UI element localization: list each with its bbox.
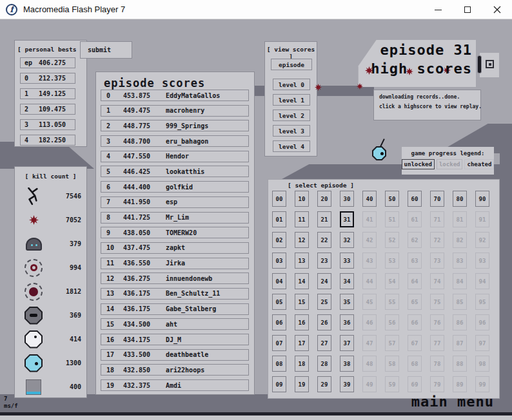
- episode-cell-22[interactable]: 22: [317, 232, 331, 248]
- player-name: deathbeatle: [166, 351, 208, 358]
- highscore-score: 441.725: [123, 214, 166, 221]
- episode-cell-20[interactable]: 20: [317, 191, 331, 207]
- episode-cell-08[interactable]: 08: [272, 356, 286, 372]
- episode-cell-24[interactable]: 24: [317, 273, 331, 289]
- highscore-row[interactable]: 7441.950esp: [101, 196, 249, 208]
- episode-cell-06[interactable]: 06: [272, 314, 286, 330]
- highscore-row[interactable]: 14436.175Gabe_Stalberg: [101, 303, 249, 315]
- highscore-row[interactable]: 8441.725Mr_Lim: [101, 212, 249, 224]
- episode-cell-65: 65: [408, 294, 422, 310]
- highscore-score: 432.375: [123, 382, 166, 389]
- episode-cell-70[interactable]: 70: [430, 191, 444, 207]
- thwump-icon: [15, 379, 52, 395]
- episode-cell-00[interactable]: 00: [272, 191, 286, 207]
- highscore-row[interactable]: 1449.475macrohenry: [101, 105, 249, 117]
- highscore-rank: 15: [106, 321, 123, 328]
- episode-cell-62: 62: [408, 232, 422, 248]
- episode-cell-16[interactable]: 16: [295, 314, 309, 330]
- episode-cell-80[interactable]: 80: [453, 191, 467, 207]
- episode-cell-23[interactable]: 23: [317, 253, 331, 269]
- episode-cell-05[interactable]: 05: [272, 294, 286, 310]
- highscore-score: 448.700: [123, 138, 166, 145]
- highscore-rank: 18: [106, 367, 123, 374]
- view-level-4-button[interactable]: level 4: [273, 140, 310, 152]
- episode-cell-37[interactable]: 37: [340, 335, 354, 351]
- episode-cell-53: 53: [385, 253, 399, 269]
- highscore-row[interactable]: 16434.175DJ_M: [101, 334, 249, 345]
- episode-cell-18[interactable]: 18: [295, 356, 309, 372]
- episode-cell-39[interactable]: 39: [340, 376, 354, 392]
- view-level-0-button[interactable]: level 0: [273, 79, 310, 90]
- episode-cell-21[interactable]: 21: [317, 211, 331, 227]
- episode-cell-33[interactable]: 33: [340, 253, 354, 269]
- highscore-row[interactable]: 6444.400golfkid: [101, 181, 249, 193]
- highscore-row[interactable]: 0453.875EddyMataGallos: [101, 90, 249, 101]
- episode-cell-19[interactable]: 19: [295, 376, 309, 392]
- highscore-row[interactable]: 13436.175Ben_Schultz_11: [101, 288, 249, 300]
- highscore-row[interactable]: 9438.050TOMERW20: [101, 227, 249, 238]
- submit-button[interactable]: submit: [80, 41, 132, 59]
- episode-cell-26[interactable]: 26: [317, 314, 331, 330]
- episode-cell-30[interactable]: 30: [340, 191, 354, 207]
- episode-cell-13[interactable]: 13: [295, 253, 309, 269]
- highscore-row[interactable]: 4447.550Hendor: [101, 151, 249, 162]
- episode-cell-90[interactable]: 90: [475, 191, 489, 207]
- highscore-row[interactable]: 19432.375Amdi: [101, 379, 249, 391]
- highscore-row[interactable]: 2448.775999_Springs: [101, 120, 249, 131]
- episode-cell-28[interactable]: 28: [317, 356, 331, 372]
- highscore-row[interactable]: 5446.425lookatthis: [101, 166, 249, 177]
- highscore-row[interactable]: 15434.500aht: [101, 318, 249, 330]
- highscore-rank: 0: [106, 92, 123, 99]
- episode-cell-63: 63: [408, 253, 422, 269]
- episode-cell-15[interactable]: 15: [295, 294, 309, 310]
- episode-cell-50[interactable]: 50: [385, 191, 399, 207]
- highscore-row[interactable]: 3448.700eru_bahagon: [101, 135, 249, 147]
- episode-cell-01[interactable]: 01: [272, 211, 286, 227]
- personal-best-label: 3: [25, 121, 39, 128]
- episode-cell-17[interactable]: 17: [295, 335, 309, 351]
- episode-cell-38[interactable]: 38: [340, 356, 354, 372]
- episode-cell-40[interactable]: 40: [362, 191, 377, 207]
- episode-cell-34[interactable]: 34: [340, 273, 354, 289]
- kill-count-value: 414: [52, 336, 88, 343]
- episode-cell-35[interactable]: 35: [340, 294, 354, 310]
- highscore-score: 441.950: [123, 198, 166, 205]
- episode-cell-60[interactable]: 60: [408, 191, 422, 207]
- episode-cell-09[interactable]: 09: [272, 376, 286, 392]
- view-episode-button[interactable]: episode: [271, 59, 312, 70]
- episode-cell-02[interactable]: 02: [272, 232, 286, 248]
- episode-cell-27[interactable]: 27: [317, 335, 331, 351]
- highscore-rank: 8: [106, 214, 123, 221]
- episode-cell-12[interactable]: 12: [295, 232, 309, 248]
- episode-cell-25[interactable]: 25: [317, 294, 331, 310]
- episode-cell-14[interactable]: 14: [295, 273, 309, 289]
- highscore-row[interactable]: 18432.850ari22hoops: [101, 364, 249, 376]
- main-menu-button[interactable]: main menu: [400, 394, 494, 410]
- highscore-score: 432.850: [123, 367, 166, 374]
- highscore-row[interactable]: 10437.475zapkt: [101, 242, 249, 254]
- view-level-2-button[interactable]: level 2: [273, 110, 310, 121]
- episode-cell-10[interactable]: 10: [295, 191, 309, 207]
- episode-cell-04[interactable]: 04: [272, 273, 286, 289]
- minimize-button[interactable]: [423, 0, 453, 19]
- close-button[interactable]: [482, 0, 512, 19]
- episode-cell-29[interactable]: 29: [317, 376, 331, 392]
- player-name: lookatthis: [166, 168, 204, 175]
- highscore-row[interactable]: 17433.500deathbeatle: [101, 349, 249, 361]
- episode-cell-95: 95: [475, 294, 489, 310]
- highscore-row[interactable]: 12436.275innuendonewb: [101, 272, 249, 284]
- episode-cell-98: 98: [475, 356, 489, 372]
- kill-count-row: 994: [15, 256, 88, 280]
- view-level-1-button[interactable]: level 1: [273, 94, 310, 106]
- episode-cell-03[interactable]: 03: [272, 253, 286, 269]
- maximize-button[interactable]: [453, 0, 482, 19]
- episode-cell-07[interactable]: 07: [272, 335, 286, 351]
- episode-cell-36[interactable]: 36: [340, 314, 354, 330]
- episode-cell-31[interactable]: 31: [340, 211, 354, 227]
- episode-cell-32[interactable]: 32: [340, 232, 354, 248]
- view-level-3-button[interactable]: level 3: [273, 125, 310, 137]
- frame-time-value: 7: [4, 396, 18, 403]
- highscore-row[interactable]: 11436.550Jirka: [101, 258, 249, 269]
- episode-cell-66: 66: [408, 314, 422, 330]
- episode-cell-11[interactable]: 11: [295, 211, 309, 227]
